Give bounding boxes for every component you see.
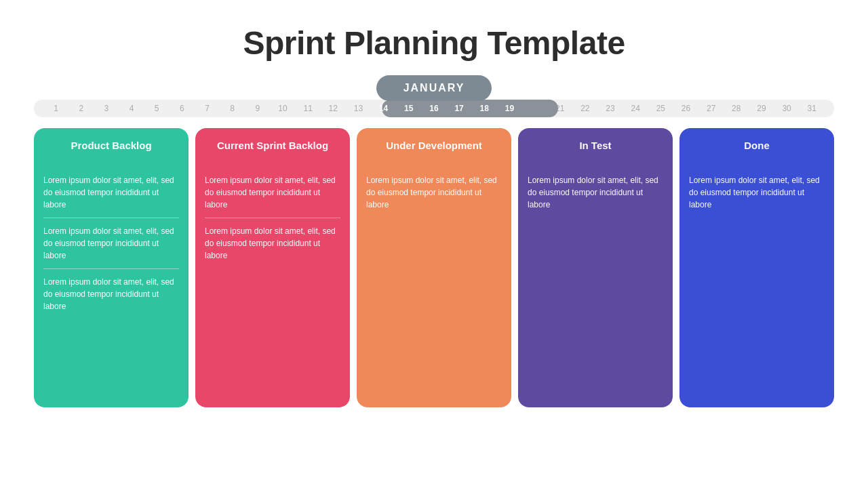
timeline-day: 10 bbox=[270, 104, 295, 113]
timeline-day: 12 bbox=[321, 104, 346, 113]
timeline-day: 4 bbox=[119, 104, 144, 113]
timeline-day: 3 bbox=[94, 104, 119, 113]
timeline-day: 1 bbox=[43, 104, 68, 113]
timeline-day: 7 bbox=[195, 104, 220, 113]
column-body-in-test: Lorem ipsum dolor sit amet, elit, sed do… bbox=[518, 163, 673, 407]
timeline-day: 14 bbox=[371, 104, 396, 113]
column-body-under-development: Lorem ipsum dolor sit amet, elit, sed do… bbox=[357, 163, 511, 407]
timeline-day: 26 bbox=[673, 104, 698, 113]
timeline-day: 19 bbox=[497, 104, 522, 113]
card-item: Lorem ipsum dolor sit amet, elit, sed do… bbox=[366, 174, 502, 211]
timeline-day: 15 bbox=[396, 104, 421, 113]
card-item: Lorem ipsum dolor sit amet, elit, sed do… bbox=[205, 225, 340, 262]
card-item: Lorem ipsum dolor sit amet, elit, sed do… bbox=[528, 174, 663, 211]
timeline-day: 29 bbox=[749, 104, 774, 113]
card-item: Lorem ipsum dolor sit amet, elit, sed do… bbox=[205, 174, 340, 211]
column-header-in-test: In Test bbox=[518, 128, 673, 163]
timeline-day: 5 bbox=[144, 104, 170, 113]
column-current-sprint-backlog: Current Sprint BacklogLorem ipsum dolor … bbox=[195, 128, 350, 407]
card-divider bbox=[205, 218, 340, 218]
timeline-day: 25 bbox=[648, 104, 673, 113]
timeline-day: 8 bbox=[220, 104, 245, 113]
page-title: Sprint Planning Template bbox=[243, 24, 625, 62]
timeline-day: 23 bbox=[597, 104, 623, 113]
month-badge: JANUARY bbox=[376, 75, 492, 101]
timeline-day: 31 bbox=[800, 104, 825, 113]
timeline-day: 30 bbox=[774, 104, 800, 113]
timeline-day: 24 bbox=[623, 104, 648, 113]
column-body-current-sprint-backlog: Lorem ipsum dolor sit amet, elit, sed do… bbox=[195, 163, 350, 407]
card-item: Lorem ipsum dolor sit amet, elit, sed do… bbox=[689, 174, 825, 211]
column-header-under-development: Under Development bbox=[357, 128, 511, 163]
timeline-day: 28 bbox=[724, 104, 749, 113]
column-header-product-backlog: Product Backlog bbox=[34, 128, 189, 163]
timeline-day: 6 bbox=[170, 104, 195, 113]
column-done: DoneLorem ipsum dolor sit amet, elit, se… bbox=[679, 128, 834, 407]
timeline-day: 18 bbox=[472, 104, 497, 113]
timeline-day: 27 bbox=[698, 104, 724, 113]
column-header-done: Done bbox=[679, 128, 834, 163]
timeline-ruler: 1234567891011121314151617181920212223242… bbox=[34, 100, 834, 117]
timeline-day: 16 bbox=[421, 104, 446, 113]
column-product-backlog: Product BacklogLorem ipsum dolor sit ame… bbox=[34, 128, 189, 407]
timeline-day: 22 bbox=[572, 104, 597, 113]
card-divider bbox=[43, 268, 179, 269]
card-divider bbox=[43, 218, 179, 218]
column-under-development: Under DevelopmentLorem ipsum dolor sit a… bbox=[357, 128, 511, 407]
timeline-day: 2 bbox=[68, 104, 94, 113]
timeline-day: 17 bbox=[447, 104, 472, 113]
card-item: Lorem ipsum dolor sit amet, elit, sed do… bbox=[43, 174, 179, 211]
timeline-day: 9 bbox=[245, 104, 270, 113]
timeline-day: 11 bbox=[296, 104, 321, 113]
timeline-container: 1234567891011121314151617181920212223242… bbox=[34, 100, 834, 407]
timeline-day: 13 bbox=[346, 104, 371, 113]
card-item: Lorem ipsum dolor sit amet, elit, sed do… bbox=[43, 276, 179, 312]
card-item: Lorem ipsum dolor sit amet, elit, sed do… bbox=[43, 225, 179, 262]
column-in-test: In TestLorem ipsum dolor sit amet, elit,… bbox=[518, 128, 673, 407]
column-body-done: Lorem ipsum dolor sit amet, elit, sed do… bbox=[679, 163, 834, 407]
column-header-current-sprint-backlog: Current Sprint Backlog bbox=[195, 128, 350, 163]
column-body-product-backlog: Lorem ipsum dolor sit amet, elit, sed do… bbox=[34, 163, 189, 407]
columns-container: Product BacklogLorem ipsum dolor sit ame… bbox=[34, 128, 834, 407]
